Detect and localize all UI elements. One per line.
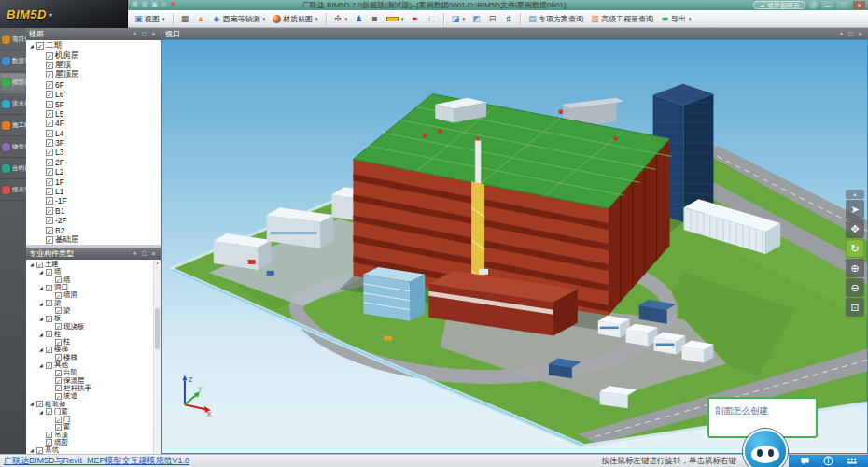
floor-item[interactable]: ◢ ✓ L3 [26,148,161,157]
viewport-header[interactable]: 视口 + □ × [161,28,868,39]
component-types-panel-header[interactable]: 专业构件类型 + □ × [26,248,161,260]
toolbar-button-roam[interactable]: ✣ ▾ [331,11,351,26]
floors-panel-header[interactable]: 楼层 + □ × [26,28,161,40]
toolbar-button-viewpoint[interactable]: ♟ [352,11,366,26]
component-item[interactable]: ◢ ✓ 吊顶 [26,432,152,439]
component-item[interactable]: ◢ ✓ 墙洞 [26,291,152,299]
assistant-robot[interactable] [743,429,788,467]
toolbar-button-top-view[interactable]: ▲ [194,11,208,26]
component-item[interactable]: ◢ ✓ 土建 [26,261,152,268]
floor-item[interactable]: ◢ ✓ 2F [26,158,161,167]
expand-icon[interactable]: ◢ [38,332,44,337]
viewport-tool-orbit[interactable]: ↻ [846,239,864,258]
checkbox-checked[interactable]: ✓ [46,139,53,147]
sidebar-tab-construction-simulation[interactable]: 施工模拟 [0,115,26,136]
main-building[interactable] [339,94,671,336]
component-item[interactable]: ◢ ✓ 门 [26,416,152,423]
info-icon[interactable] [823,456,833,466]
checkbox-checked[interactable]: ✓ [46,81,53,89]
checkbox-checked[interactable]: ✓ [46,188,53,195]
checkbox-checked[interactable]: ✓ [46,159,53,166]
sidebar-tab-flow-view[interactable]: 流水视图 [0,93,26,115]
float-icon[interactable]: □ [847,30,855,38]
viewport-tool-pan[interactable]: ✥ [846,219,864,238]
expand-icon[interactable]: ◢ [38,362,44,368]
checkbox-checked[interactable]: ✓ [46,331,52,337]
floor-item[interactable]: ◢ ✓ 1F [26,177,161,186]
expand-icon[interactable]: ◢ [38,316,44,321]
checkbox-checked[interactable]: ✓ [46,120,53,127]
toolbar-button-display-mode[interactable]: 材质贴图 ▾ [270,11,321,26]
sidebar-tab-data-import[interactable]: 数据导入 [0,50,26,72]
component-item[interactable]: ◢ ✓ 窗 [26,423,152,431]
scrollbar-thumb[interactable] [155,308,160,349]
component-item[interactable]: ◢ ✓ 墙 [26,276,152,284]
pin-icon[interactable]: + [837,30,846,38]
close-icon[interactable]: × [856,30,864,38]
toolbar-button-grid-lines[interactable]: ♯ [501,11,515,26]
checkbox-checked[interactable]: ✓ [46,217,53,224]
expand-icon[interactable]: ◢ [29,401,35,406]
floor-item[interactable]: ◢ ✓ 机房层 [26,50,161,60]
vertical-scrollbar[interactable]: ▲ [153,260,161,454]
chevron-down-icon[interactable]: ▾ [162,16,165,21]
checkbox-checked[interactable]: ✓ [55,385,62,391]
checkbox-checked[interactable]: ✓ [46,227,53,234]
checkbox-checked[interactable]: ✓ [36,401,43,407]
toolbar-button-section-plane[interactable]: ◩ [469,11,483,26]
chevron-down-icon[interactable]: ▾ [263,16,266,21]
viewport-3d-area[interactable]: Z X Y ▴ ➤ [161,39,868,454]
checkbox-checked[interactable]: ✓ [46,168,53,176]
checkbox-checked[interactable]: ✓ [46,432,52,438]
collapse-icon[interactable]: ▴ [846,190,864,199]
float-icon[interactable]: □ [140,30,148,38]
toolbar-button-view[interactable]: ▣ 视图 ▾ [132,11,168,26]
expand-icon[interactable]: ◢ [29,43,35,49]
floor-item[interactable]: ◢ ✓ 基础层 [26,235,161,245]
close-project-icon[interactable]: ✖ [171,0,176,9]
close-icon[interactable]: × [149,249,158,258]
print-icon[interactable]: ▣ [151,0,158,9]
component-item[interactable]: ◢ ✓ 楼梯 [26,354,152,361]
checkbox-checked[interactable]: ✓ [46,300,52,306]
floor-item[interactable]: ◢ ✓ L6 [26,90,161,99]
component-item[interactable]: ◢ ✓ 粗装修 [26,400,152,407]
sidebar-tab-project-info[interactable]: 项目资料 [0,29,26,50]
float-icon[interactable]: □ [140,249,148,258]
checkbox-checked[interactable]: ✓ [46,362,52,369]
floor-item[interactable]: ◢ ✓ L1 [26,187,161,196]
checkbox-checked[interactable]: ✓ [46,207,53,215]
checkbox-checked[interactable]: ✓ [55,370,62,376]
sidebar-tab-material-query[interactable]: 物资查询 [0,136,26,158]
component-item[interactable]: ◢ ✓ 梁 [26,299,152,306]
checkbox-checked[interactable]: ✓ [46,52,53,60]
checkbox-checked[interactable]: ✓ [46,101,53,108]
viewport-tool-zoom-out[interactable]: ⊖ [846,278,864,297]
component-item[interactable]: ◢ ✓ 基坑 [26,446,152,454]
checkbox-checked[interactable]: ✓ [36,42,44,50]
viewport-tool-zoom-in[interactable]: ⊕ [846,259,864,277]
component-item[interactable]: ◢ ✓ 现浇板 [26,322,152,330]
expand-icon[interactable]: ◢ [38,269,44,275]
checkbox-checked[interactable]: ✓ [46,110,53,118]
floor-item[interactable]: ◢ ✓ B1 [26,206,161,216]
login-cloud-button[interactable]: ☁ 登录协同云 [753,1,805,9]
expand-icon[interactable]: ◢ [29,262,35,267]
toolbar-button-markup[interactable]: ✒ [409,11,423,26]
toolbar-button-export[interactable]: ➥ 导出 ▾ [658,11,694,26]
chat-icon[interactable] [800,456,810,466]
component-item[interactable]: ◢ ✓ 洞口 [26,284,152,291]
floor-item[interactable]: ◢ ✓ 5F [26,99,161,108]
checkbox-checked[interactable]: ✓ [46,197,53,205]
chevron-down-icon[interactable]: ▾ [49,11,52,18]
chevron-down-icon[interactable]: ▾ [401,16,404,21]
toolbar-button-advanced-quantity-query[interactable]: ▥ 高级工程量查询 [588,11,656,26]
status-link[interactable]: 广联达BIM5D与Revit_MEP模型交互建模规范V1.0 [4,455,189,467]
open-project-icon[interactable]: ▤ [132,0,138,9]
expand-icon[interactable]: ◢ [38,285,44,290]
component-item[interactable]: ◢ ✓ 墙 [26,268,152,276]
component-item[interactable]: ◢ ✓ 栏杆扶手 [26,385,152,392]
maximize-button[interactable]: □ [837,1,849,9]
toolbar-button-height-measure[interactable]: ∟ [425,11,439,26]
sidebar-tab-model-view[interactable]: 模型视图 [0,72,26,93]
